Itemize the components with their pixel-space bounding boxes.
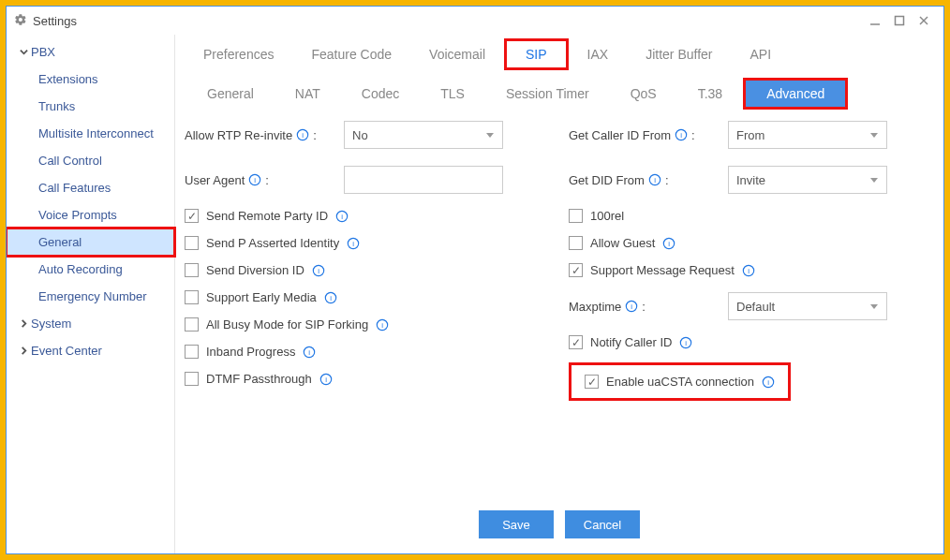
checkbox-support-early-media[interactable] — [185, 290, 199, 304]
titlebar: Settings — [7, 7, 943, 35]
label-caller-id-from: Get Caller ID From i : — [569, 128, 728, 142]
checkbox-all-busy-mode[interactable] — [185, 317, 199, 332]
save-button[interactable]: Save — [479, 510, 554, 538]
info-icon[interactable]: i — [662, 237, 675, 250]
subtab-t38[interactable]: T.38 — [677, 81, 743, 107]
tree-root-system[interactable]: System — [7, 310, 174, 337]
caret-down-icon — [869, 300, 879, 314]
svg-text:i: i — [381, 320, 383, 329]
svg-text:i: i — [680, 131, 682, 140]
input-user-agent[interactable] — [344, 166, 503, 194]
tab-preferences[interactable]: Preferences — [185, 41, 292, 67]
tree-label: Event Center — [31, 344, 102, 358]
checkbox-send-diversion-id[interactable] — [185, 263, 199, 277]
info-icon[interactable]: i — [303, 346, 316, 359]
sidebar-item-call-control[interactable]: Call Control — [7, 147, 174, 174]
main-tabs: Preferences Feature Code Voicemail SIP I… — [175, 35, 943, 70]
maximize-button[interactable] — [887, 10, 912, 31]
checkbox-notify-caller-id[interactable] — [569, 335, 583, 349]
sidebar-item-trunks[interactable]: Trunks — [7, 93, 174, 120]
info-icon[interactable]: i — [296, 128, 309, 141]
info-icon[interactable]: i — [376, 318, 389, 332]
svg-marker-35 — [870, 304, 878, 309]
svg-marker-25 — [870, 133, 878, 138]
label-maxptime: Maxptime i : — [569, 300, 728, 314]
button-bar: Save Cancel — [175, 497, 943, 553]
subtab-general[interactable]: General — [186, 81, 275, 107]
subtab-session-timer[interactable]: Session Timer — [485, 81, 610, 107]
tab-iax[interactable]: IAX — [569, 41, 628, 67]
info-icon[interactable]: i — [675, 128, 688, 141]
chevron-right-icon — [20, 344, 29, 358]
info-icon[interactable]: i — [248, 173, 261, 186]
svg-text:i: i — [325, 375, 327, 383]
info-icon[interactable]: i — [648, 173, 661, 186]
checkbox-send-remote-party-id[interactable] — [185, 209, 199, 223]
sidebar-item-voice-prompts[interactable]: Voice Prompts — [7, 201, 174, 228]
subtab-qos[interactable]: QoS — [610, 81, 677, 107]
sidebar-item-call-features[interactable]: Call Features — [7, 174, 174, 201]
svg-text:i: i — [309, 347, 311, 356]
svg-text:i: i — [254, 176, 256, 184]
select-caller-id-from[interactable]: From — [728, 121, 887, 149]
svg-marker-6 — [486, 133, 494, 138]
subtab-advanced[interactable]: Advanced — [743, 78, 848, 110]
svg-text:i: i — [341, 212, 343, 220]
select-allow-rtp[interactable]: No — [344, 121, 503, 149]
info-icon[interactable]: i — [679, 336, 692, 349]
svg-text:i: i — [318, 266, 319, 274]
cancel-button[interactable]: Cancel — [565, 510, 640, 538]
close-button[interactable] — [912, 10, 936, 31]
sidebar-item-auto-recording[interactable]: Auto Recording — [7, 256, 174, 283]
checkbox-100rel[interactable] — [569, 209, 583, 223]
subtab-tls[interactable]: TLS — [420, 81, 485, 107]
window-title: Settings — [33, 14, 77, 28]
form-left-column: Allow RTP Re-invite i : No User A — [185, 119, 541, 497]
svg-text:i: i — [654, 176, 656, 184]
info-icon[interactable]: i — [742, 264, 755, 277]
subtab-nat[interactable]: NAT — [275, 81, 341, 107]
chevron-down-icon — [20, 45, 29, 59]
checkbox-support-message-request[interactable] — [569, 263, 583, 277]
checkbox-send-p-asserted[interactable] — [185, 236, 199, 250]
info-icon[interactable]: i — [347, 237, 360, 250]
svg-text:i: i — [686, 338, 688, 346]
svg-marker-28 — [870, 178, 878, 183]
sidebar-item-general[interactable]: General — [7, 228, 174, 256]
tree-root-pbx[interactable]: PBX — [7, 38, 174, 66]
tab-jitter-buffer[interactable]: Jitter Buffer — [627, 41, 731, 67]
minimize-button[interactable] — [863, 10, 887, 31]
tab-api[interactable]: API — [732, 41, 791, 67]
svg-rect-1 — [896, 17, 904, 25]
caret-down-icon — [869, 173, 879, 187]
sidebar-item-extensions[interactable]: Extensions — [7, 66, 174, 93]
checkbox-enable-uacsta[interactable] — [585, 375, 599, 389]
info-icon[interactable]: i — [335, 210, 349, 223]
info-icon[interactable]: i — [762, 376, 775, 389]
select-maxptime[interactable]: Default — [728, 292, 887, 320]
tab-voicemail[interactable]: Voicemail — [410, 41, 504, 67]
info-icon[interactable]: i — [319, 373, 333, 386]
row-enable-uacsta: Enable uaCSTA connection i — [569, 362, 791, 401]
info-icon[interactable]: i — [312, 264, 325, 277]
tab-sip[interactable]: SIP — [504, 38, 569, 70]
info-icon[interactable]: i — [625, 300, 638, 313]
checkbox-inband-progress[interactable] — [185, 345, 199, 359]
main-panel: Preferences Feature Code Voicemail SIP I… — [175, 35, 943, 553]
info-icon[interactable]: i — [324, 291, 337, 304]
tree-root-event-center[interactable]: Event Center — [7, 337, 174, 364]
form-area: Allow RTP Re-invite i : No User A — [175, 119, 943, 497]
sidebar-item-emergency-number[interactable]: Emergency Number — [7, 283, 174, 310]
subtab-codec[interactable]: Codec — [341, 81, 420, 107]
caret-down-icon — [869, 128, 879, 142]
select-did-from[interactable]: Invite — [728, 166, 887, 194]
checkbox-allow-guest[interactable] — [569, 236, 583, 250]
settings-window: Settings PBX Extensions Trunks Multisite… — [6, 6, 944, 554]
sidebar-item-multisite[interactable]: Multisite Interconnect — [7, 120, 174, 147]
checkbox-dtmf-passthrough[interactable] — [185, 372, 199, 386]
gear-icon — [14, 13, 27, 29]
tab-feature-code[interactable]: Feature Code — [292, 41, 410, 67]
tree-label: PBX — [31, 45, 55, 59]
sidebar-tree: PBX Extensions Trunks Multisite Intercon… — [7, 35, 175, 553]
svg-text:i: i — [767, 377, 769, 386]
